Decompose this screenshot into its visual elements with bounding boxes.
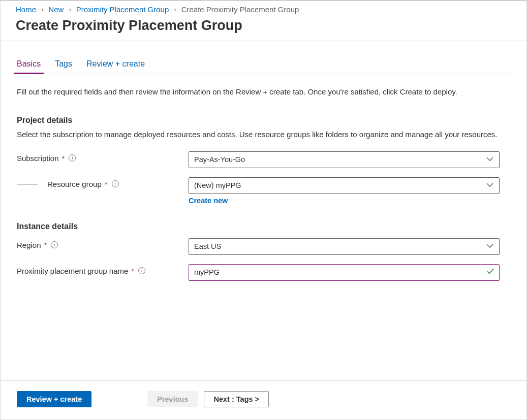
breadcrumb-home[interactable]: Home — [16, 5, 36, 14]
region-value: East US — [194, 242, 221, 250]
chevron-right-icon: › — [174, 6, 176, 13]
chevron-down-icon — [486, 155, 494, 163]
resource-group-value: (New) myPPG — [194, 181, 241, 189]
resource-group-row: Resource group * i (New) myPPG Create ne… — [17, 177, 512, 205]
tree-indent-line — [17, 172, 38, 185]
instance-details-form: Region * i East US Proximity placement g… — [17, 238, 512, 281]
chevron-down-icon — [486, 242, 494, 250]
required-asterisk: * — [44, 241, 47, 249]
next-button[interactable]: Next : Tags > — [204, 391, 269, 407]
page-frame: Home › New › Proximity Placement Group ›… — [0, 0, 527, 420]
previous-button: Previous — [147, 391, 198, 407]
required-asterisk: * — [105, 180, 108, 188]
region-label: Region * i — [17, 238, 189, 249]
ppg-name-label-text: Proximity placement group name — [17, 267, 128, 275]
breadcrumb-ppg[interactable]: Proximity Placement Group — [76, 5, 169, 14]
project-details-desc: Select the subscription to manage deploy… — [17, 129, 500, 140]
subscription-select[interactable]: Pay-As-You-Go — [189, 151, 500, 168]
chevron-right-icon: › — [41, 6, 43, 13]
info-icon[interactable]: i — [138, 267, 145, 274]
review-create-button[interactable]: Review + create — [17, 391, 91, 407]
subscription-label: Subscription * i — [17, 151, 189, 163]
intro-text: Fill out the required fields and then re… — [17, 86, 500, 98]
resource-group-select[interactable]: (New) myPPG — [189, 177, 500, 194]
info-icon[interactable]: i — [69, 154, 76, 161]
region-label-text: Region — [17, 241, 41, 249]
breadcrumb-new[interactable]: New — [48, 5, 64, 14]
subscription-label-text: Subscription — [17, 154, 59, 163]
tab-basics[interactable]: Basics — [17, 59, 41, 74]
info-icon[interactable]: i — [112, 180, 119, 187]
tab-tags[interactable]: Tags — [55, 59, 72, 74]
resource-group-label: Resource group * i — [17, 177, 189, 188]
ppg-name-value: myPPG — [194, 268, 220, 276]
region-row: Region * i East US — [17, 238, 512, 255]
create-new-link[interactable]: Create new — [189, 197, 228, 205]
subscription-value: Pay-As-You-Go — [194, 155, 245, 164]
required-asterisk: * — [131, 267, 134, 275]
tab-review-create[interactable]: Review + create — [86, 59, 145, 74]
ppg-name-input[interactable]: myPPG — [189, 264, 500, 281]
breadcrumb: Home › New › Proximity Placement Group ›… — [1, 1, 526, 17]
ppg-name-row: Proximity placement group name * i myPPG — [17, 264, 512, 281]
breadcrumb-current: Create Proximity Placement Group — [181, 5, 299, 14]
instance-details-heading: Instance details — [17, 222, 512, 231]
project-details-heading: Project details — [17, 116, 512, 125]
subscription-row: Subscription * i Pay-As-You-Go — [17, 151, 512, 168]
region-select[interactable]: East US — [189, 238, 500, 255]
ppg-name-label: Proximity placement group name * i — [17, 264, 189, 275]
chevron-down-icon — [486, 181, 494, 189]
checkmark-icon — [486, 267, 495, 278]
required-asterisk: * — [62, 154, 65, 163]
tabs: Basics Tags Review + create — [17, 59, 512, 74]
page-title: Create Proximity Placement Group — [1, 17, 526, 41]
project-details-form: Subscription * i Pay-As-You-Go Re — [17, 151, 512, 205]
resource-group-label-text: Resource group — [47, 180, 102, 188]
footer-bar: Review + create Previous Next : Tags > — [1, 380, 526, 419]
info-icon[interactable]: i — [51, 241, 58, 248]
content-area: Basics Tags Review + create Fill out the… — [1, 41, 526, 380]
chevron-right-icon: › — [69, 6, 71, 13]
